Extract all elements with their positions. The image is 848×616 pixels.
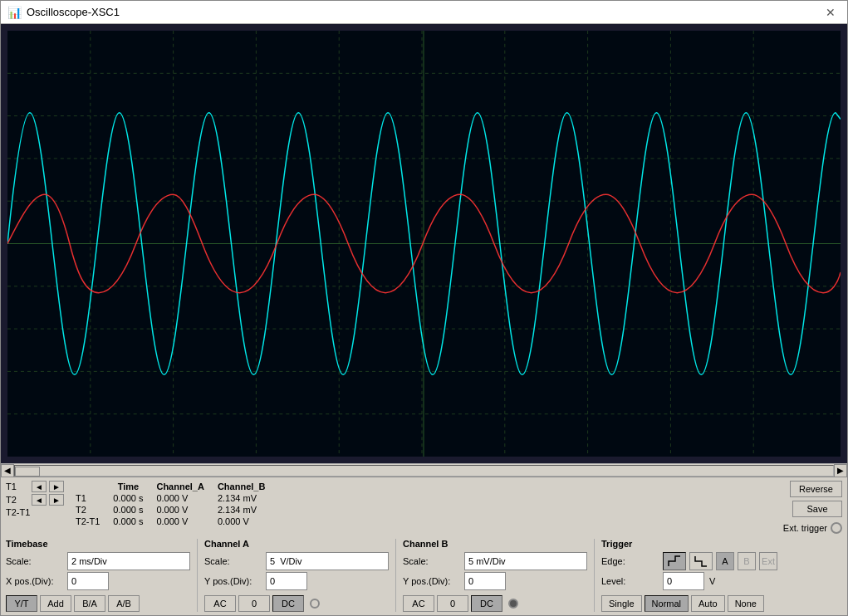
cha-scale-input[interactable] [266,552,389,570]
ba-button[interactable]: B/A [74,595,105,612]
t2t1-chb: 0.000 V [211,516,272,527]
timebase-xpos-input[interactable] [67,572,109,590]
scroll-left-btn[interactable]: ◀ [1,464,14,477]
trigger-falling-btn[interactable] [689,552,713,570]
controls-panel: T1 ◄ ► T2 ◄ ► T2-T1 Time [1,477,847,615]
col-header-time: Time [106,481,150,492]
t2-cursor-row: T2 ◄ ► [6,494,64,506]
chb-ypos-row: Y pos.(Div): [403,572,587,590]
oscilloscope-window: 📊 Oscilloscope-XSC1 ✕ [0,0,848,616]
trigger-cha-btn[interactable]: A [716,552,734,570]
t2t1-label: T2-T1 [6,507,30,517]
trigger-edge-label: Edge: [601,556,659,566]
ab-button[interactable]: A/B [108,595,140,612]
t1-cursor-row: T1 ◄ ► [6,481,64,492]
trigger-level-unit: V [709,576,715,586]
t2t1-row: T2-T1 [6,507,64,517]
screen-display [7,31,841,457]
add-button[interactable]: Add [40,595,71,612]
trigger-level-row: Level: V [601,572,777,590]
trigger-mode-buttons: Single Normal Auto None [601,595,777,612]
timebase-xpos-label: X pos.(Div): [6,576,64,586]
t2-left-btn[interactable]: ◄ [32,494,47,506]
col-header-chb: Channel_B [211,481,272,492]
cursor-controls: T1 ◄ ► T2 ◄ ► T2-T1 [6,481,64,517]
measurements-row: T1 ◄ ► T2 ◄ ► T2-T1 Time [6,481,842,534]
t2t1-row-label: T2-T1 [69,516,106,527]
normal-button[interactable]: Normal [645,595,689,612]
col-header-cha: Channel_A [150,481,210,492]
reverse-save-panel: Reverse Save Ext. trigger [783,481,842,534]
measurement-row-t2: T2 0.000 s 0.000 V 2.134 mV [69,504,272,516]
ext-trigger-label: Ext. trigger [783,523,827,533]
t2-time: 0.000 s [106,504,150,516]
reverse-button[interactable]: Reverse [790,481,842,497]
chb-dc-button[interactable]: DC [471,595,502,612]
timebase-group: Timebase Scale: X pos.(Div): Y/T Add B/A… [6,539,198,612]
channel-b-title: Channel B [403,539,587,549]
t1-label: T1 [6,482,29,491]
trigger-chb-btn[interactable]: B [738,552,756,570]
col-header-empty [69,481,106,492]
trigger-level-label: Level: [601,576,659,586]
timebase-scale-label: Scale: [6,556,64,566]
channel-a-group: Channel A Scale: Y pos.(Div): AC 0 DC [204,539,396,612]
channel-a-title: Channel A [204,539,389,549]
t1-cha: 0.000 V [150,492,210,504]
t2-chb: 2.134 mV [211,504,272,516]
chb-ypos-input[interactable] [464,572,506,590]
timebase-scale-row: Scale: [6,552,190,570]
single-button[interactable]: Single [601,595,642,612]
t2-label: T2 [6,495,29,505]
none-button[interactable]: None [728,595,764,612]
trigger-level-input[interactable] [663,572,704,590]
yt-button[interactable]: Y/T [6,595,37,612]
t2-cha: 0.000 V [150,504,210,516]
ext-trigger-row: Ext. trigger [783,522,842,534]
waveform-display [7,31,841,457]
display-mode-buttons: Y/T Add B/A A/B [6,595,190,612]
cha-scale-row: Scale: [204,552,389,570]
t1-left-btn[interactable]: ◄ [32,481,47,492]
scroll-track[interactable] [14,465,834,477]
cha-dc-button[interactable]: DC [272,595,304,612]
cha-ypos-input[interactable] [266,572,307,590]
chb-scale-row: Scale: [403,552,587,570]
ext-trigger-radio[interactable] [831,522,842,534]
horizontal-scrollbar[interactable]: ◀ ▶ [1,463,847,477]
t2-right-btn[interactable]: ► [49,494,64,506]
timebase-title: Timebase [6,539,190,549]
auto-button[interactable]: Auto [691,595,725,612]
trigger-rising-btn[interactable] [663,552,686,570]
timebase-scale-input[interactable] [67,552,190,570]
app-icon: 📊 [7,6,22,19]
measurement-row-t1: T1 0.000 s 0.000 V 2.134 mV [69,492,272,504]
cha-scale-label: Scale: [204,556,262,566]
t2-row-label: T2 [69,504,106,516]
cha-zero-button[interactable]: 0 [238,595,270,612]
chb-radio[interactable] [508,599,518,609]
scroll-right-btn[interactable]: ▶ [834,464,847,477]
chb-scale-label: Scale: [403,556,461,566]
t1-right-btn[interactable]: ► [49,481,64,492]
t1-chb: 2.134 mV [211,492,272,504]
t1-time: 0.000 s [106,492,150,504]
measurements-table: Time Channel_A Channel_B T1 0.000 s 0.00… [69,481,421,527]
cha-radio[interactable] [310,599,320,609]
chb-ac-button[interactable]: AC [403,595,434,612]
trigger-title: Trigger [601,539,777,549]
trigger-ext-btn[interactable]: Ext [759,552,777,570]
trigger-group: Trigger Edge: A B Ext Level: V [601,539,784,612]
close-button[interactable]: ✕ [821,4,841,21]
window-title: Oscilloscope-XSC1 [27,6,120,18]
scroll-thumb[interactable] [15,467,40,477]
cha-ac-button[interactable]: AC [204,595,236,612]
chb-scale-input[interactable] [464,552,587,570]
cha-coupling-buttons: AC 0 DC [204,595,389,612]
save-button[interactable]: Save [792,501,842,517]
timebase-xpos-row: X pos.(Div): [6,572,190,590]
cha-ypos-label: Y pos.(Div): [204,576,262,586]
chb-coupling-buttons: AC 0 DC [403,595,587,612]
t1-row-label: T1 [69,492,106,504]
chb-zero-button[interactable]: 0 [437,595,468,612]
